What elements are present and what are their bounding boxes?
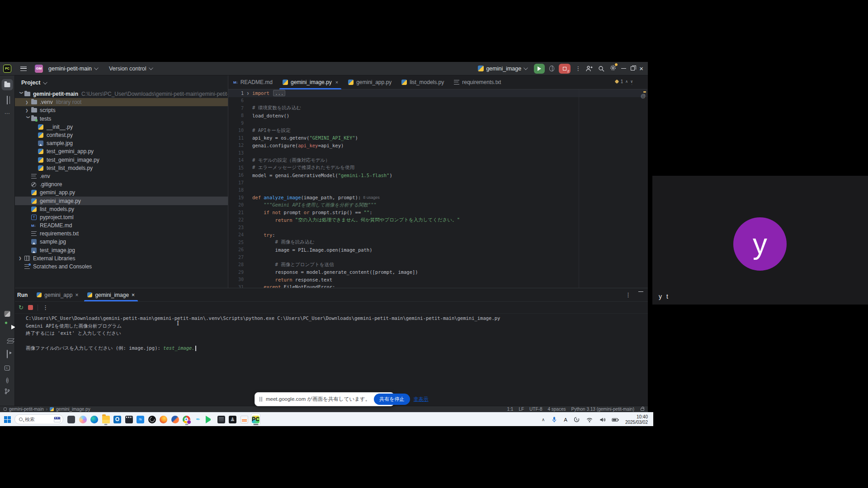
tree-item-__init__.py[interactable]: __init__.py bbox=[15, 123, 228, 131]
tree-item-externallibraries[interactable]: ❯External Libraries bbox=[15, 254, 228, 263]
taskbar-app-reader-app[interactable]: ♟ bbox=[228, 413, 237, 425]
taskbar-app-photos[interactable]: ≈ bbox=[136, 413, 145, 425]
window-close-button[interactable]: × bbox=[639, 65, 643, 72]
more-actions-icon[interactable]: ⋮ bbox=[575, 65, 581, 72]
run-tab-gemini_app[interactable]: gemini_app× bbox=[32, 288, 83, 301]
code-line-22[interactable]: 22 return "空の入力は処理できません。何か質問やプロンプトを入力してく… bbox=[228, 216, 647, 224]
version-control-menu[interactable]: Version control bbox=[106, 64, 155, 74]
close-tab-icon[interactable]: × bbox=[132, 292, 135, 298]
breadcrumb-file[interactable]: gemini_image.py bbox=[56, 407, 90, 412]
editor-tab-gemini_app.py[interactable]: gemini_app.py bbox=[343, 75, 396, 89]
tree-item-requirements.txt[interactable]: requirements.txt bbox=[15, 230, 228, 238]
code-line-16[interactable]: 16model = genai.GenerativeModel("gemini-… bbox=[228, 172, 647, 179]
code-line-15[interactable]: 15# エラーメッセージで推奨されたモデルを使用 bbox=[228, 164, 647, 172]
editor-tab-readme.md[interactable]: M↓README.md bbox=[228, 75, 278, 89]
tree-item-.gitignore[interactable]: .gitignore bbox=[15, 180, 228, 188]
project-widget[interactable]: GM gemini-petit-main bbox=[32, 64, 100, 74]
taskbar-app-obs-studio[interactable] bbox=[147, 413, 157, 425]
tree-chevron-icon[interactable]: ❯ bbox=[26, 116, 30, 122]
stop-process-icon[interactable] bbox=[28, 305, 33, 310]
editor-tab-gemini_image.py[interactable]: gemini_image.py× bbox=[278, 75, 343, 89]
more-tool-windows-button[interactable]: ⋯ bbox=[5, 109, 10, 117]
taskbar-app-quill-app[interactable]: ✒ bbox=[193, 413, 203, 425]
version-control-tool-button[interactable] bbox=[4, 388, 10, 396]
code-line-8[interactable]: 8load_dotenv() bbox=[228, 112, 647, 120]
prev-problem-icon[interactable]: ∧ bbox=[625, 80, 628, 84]
editor-tab-list_models.py[interactable]: list_models.py bbox=[396, 75, 449, 89]
main-menu-icon[interactable] bbox=[20, 66, 27, 71]
drag-handle-icon[interactable] bbox=[259, 397, 262, 402]
code-line-30[interactable]: 30 return response.text bbox=[228, 276, 647, 284]
structure-tool-button[interactable] bbox=[7, 96, 8, 104]
run-tab-gemini_image[interactable]: gemini_image× bbox=[83, 288, 139, 301]
editor-tab-requirements.txt[interactable]: requirements.txt bbox=[449, 75, 506, 89]
tree-item-gemini_app.py[interactable]: gemini_app.py bbox=[15, 188, 228, 197]
code-area[interactable]: 1❯import ...67# 環境変数を読み込む8load_dotenv()9… bbox=[228, 89, 647, 288]
run-configuration-select[interactable]: gemini_image bbox=[475, 64, 529, 74]
hide-tool-window-icon[interactable] bbox=[638, 291, 643, 298]
tree-chevron-icon[interactable]: ❯ bbox=[19, 256, 24, 260]
tree-item-.venv[interactable]: ❯.venvlibrary root bbox=[15, 98, 228, 106]
taskbar-app-chrome[interactable] bbox=[182, 413, 191, 425]
code-line-21[interactable]: 21 if not prompt or prompt.strip() == ""… bbox=[228, 209, 647, 216]
taskbar-app-media-play-app[interactable] bbox=[205, 413, 214, 425]
tree-item-.env[interactable]: .env bbox=[15, 172, 228, 180]
battery-icon[interactable] bbox=[612, 417, 619, 423]
fold-arrow-icon[interactable]: ❯ bbox=[244, 91, 252, 95]
taskbar-app-dark-utility-app[interactable] bbox=[217, 413, 226, 425]
code-line-25[interactable]: 25 # 画像を読み込む bbox=[228, 239, 647, 246]
code-line-17[interactable]: 17 bbox=[228, 179, 647, 187]
code-line-12[interactable]: 12genai.configure(api_key=api_key) bbox=[228, 142, 647, 150]
code-with-me-icon[interactable] bbox=[585, 65, 593, 72]
tree-item-test_list_models.py[interactable]: test_list_models.py bbox=[15, 164, 228, 172]
taskbar-search[interactable]: 検索 bbox=[14, 414, 63, 424]
tree-item-conftest.py[interactable]: conftest.py bbox=[15, 131, 228, 139]
sync-icon[interactable] bbox=[573, 416, 580, 423]
tree-item-pyproject.toml[interactable]: Tpyproject.toml bbox=[15, 213, 228, 221]
start-button[interactable] bbox=[4, 416, 11, 423]
run-options-icon[interactable]: ⋮ bbox=[625, 291, 631, 298]
tree-item-scripts[interactable]: ❯scripts bbox=[15, 106, 228, 114]
code-line-10[interactable]: 10# APIキーを設定 bbox=[228, 127, 647, 135]
volume-icon[interactable] bbox=[599, 417, 606, 423]
code-line-26[interactable]: 26 image = PIL.Image.open(image_path) bbox=[228, 246, 647, 254]
code-line-18[interactable]: 18 bbox=[228, 187, 647, 194]
code-line-9[interactable]: 9 bbox=[228, 119, 647, 127]
console-more-icon[interactable]: ⋮ bbox=[42, 304, 48, 311]
code-line-6[interactable]: 6 bbox=[228, 97, 647, 105]
taskbar-clock[interactable]: 10:40 2025/03/02 bbox=[625, 414, 648, 425]
taskbar-app-outlook[interactable]: O bbox=[113, 413, 122, 425]
taskbar-app-pycharm[interactable]: PC bbox=[251, 413, 260, 425]
ime-mode-indicator[interactable]: A bbox=[564, 417, 567, 422]
settings-button[interactable] bbox=[609, 64, 617, 73]
ai-assistant-icon[interactable]: @ bbox=[641, 93, 646, 99]
code-line-31[interactable]: 31 except FileNotFoundError: bbox=[228, 283, 647, 288]
tree-item-gemini-petit-main[interactable]: ❯gemini-petit-mainC:\Users\PC_User\Downl… bbox=[15, 90, 228, 98]
project-panel-header[interactable]: Project bbox=[15, 75, 228, 90]
tree-chevron-icon[interactable]: ❯ bbox=[25, 100, 31, 104]
debug-button[interactable] bbox=[549, 66, 554, 71]
tree-item-sample.jpg[interactable]: sample.jpg bbox=[15, 139, 228, 147]
tree-item-gemini_image.py[interactable]: gemini_image.py bbox=[15, 197, 228, 205]
code-line-20[interactable]: 20 """Gemini APIを使用して画像を分析する関数""" bbox=[228, 202, 647, 209]
stop-sharing-button[interactable]: 共有を停止 bbox=[374, 394, 410, 405]
status-indent-setting[interactable]: 4 spaces bbox=[547, 407, 566, 412]
breadcrumb-project[interactable]: gemini-petit-main bbox=[9, 407, 44, 412]
problems-tool-button[interactable]: ! bbox=[6, 375, 9, 384]
taskbar-app-edge[interactable] bbox=[90, 413, 99, 425]
code-line-27[interactable]: 27 bbox=[228, 253, 647, 261]
window-restore-button[interactable] bbox=[631, 66, 635, 70]
tree-item-test_gemini_app.py[interactable]: test_gemini_app.py bbox=[15, 147, 228, 155]
python-console-tool-button[interactable] bbox=[5, 310, 10, 319]
tree-chevron-icon[interactable]: ❯ bbox=[25, 108, 31, 113]
code-line-24[interactable]: 24 try: bbox=[228, 231, 647, 239]
tree-item-scratchesandconsoles[interactable]: Scratches and Consoles bbox=[15, 263, 228, 271]
taskbar-app-browser[interactable] bbox=[170, 413, 180, 425]
console-user-input[interactable]: test_image. bbox=[163, 345, 195, 351]
code-line-1[interactable]: 1❯import ... bbox=[228, 89, 647, 97]
next-problem-icon[interactable]: ∨ bbox=[630, 80, 633, 84]
code-line-11[interactable]: 11api_key = os.getenv("GEMINI_API_KEY") bbox=[228, 134, 647, 142]
hidden-icons-chevron[interactable]: ∧ bbox=[542, 417, 545, 422]
hide-banner-link[interactable]: 非表示 bbox=[414, 396, 429, 403]
code-line-14[interactable]: 14# モデルの設定（画像対応モデル） bbox=[228, 157, 647, 164]
